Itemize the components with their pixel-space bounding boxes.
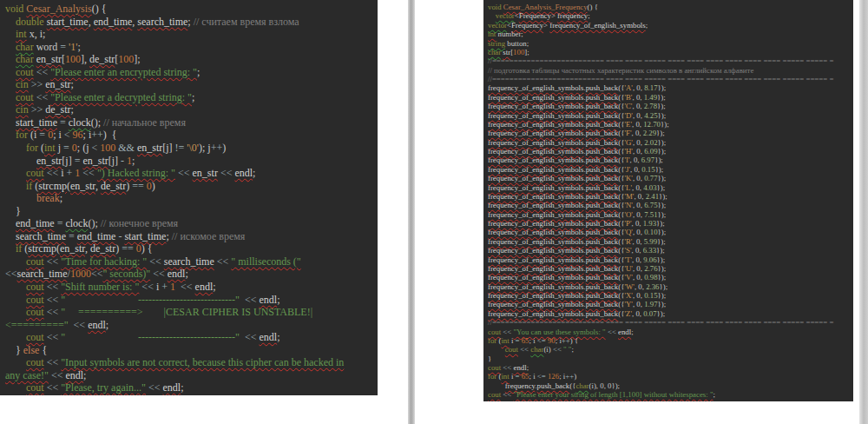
code-line: frequency_of_english_symbols.push_back({… xyxy=(488,165,851,174)
code-line: if (strcmp(en_str, de_str) == 0) xyxy=(5,180,374,193)
code-line: cout << "You can use these symbols: " <<… xyxy=(488,328,851,336)
code-line: cout << i + 1 << ") Hacked string: " << … xyxy=(5,167,374,180)
code-line: cout << "Please enter an encrypted strin… xyxy=(5,66,374,79)
code-line: cout << " ----------------------------" … xyxy=(5,294,374,307)
right-code-block: void Cesar_Analysis_Frequency() { vector… xyxy=(483,0,853,401)
code-line: frequency_of_english_symbols.push_back({… xyxy=(488,219,851,228)
code-line: frequency_of_english_symbols.push_back({… xyxy=(488,138,851,147)
code-line: // подготовка таблицы частотных характер… xyxy=(488,66,851,75)
code-line: for (int i = 65; i <= 90; i++) { xyxy=(488,336,851,345)
code-line: frequency_of_english_symbols.push_back({… xyxy=(488,120,851,129)
code-line: frequency_of_english_symbols.push_back({… xyxy=(488,237,851,246)
code-line: cout << "Please, try again..." << endl; xyxy=(5,381,374,394)
code-line: search_time = end_time - start_time; // … xyxy=(5,230,374,243)
code-line: for (int i = 65; i <= 126; i++) xyxy=(488,372,851,381)
code-line: frequency_of_english_symbols.push_back({… xyxy=(488,102,851,110)
code-line: //========================== ==== ==== =… xyxy=(488,56,851,65)
page-divider xyxy=(408,0,415,424)
code-line: char str[100]; xyxy=(488,48,851,56)
code-line: cout << "Shift number is: " << i + 1 << … xyxy=(5,281,374,294)
code-line: frequency_of_english_symbols.push_back({… xyxy=(488,282,851,291)
code-line: void Cesar_Analysis_Frequency() { xyxy=(488,3,851,11)
code-line: frequency_of_english_symbols.push_back({… xyxy=(488,147,851,156)
code-line: frequency_of_english_symbols.push_back({… xyxy=(488,156,851,164)
code-line: for (i = 0; i < 96; i++) { xyxy=(5,129,374,142)
code-line: frequency_of_english_symbols.push_back({… xyxy=(488,93,851,102)
code-line: cout << "Please enter a decrypted string… xyxy=(5,91,374,104)
code-line: frequency_of_english_symbols.push_back({… xyxy=(488,309,851,318)
code-line: frequency_of_english_symbols.push_back({… xyxy=(488,228,851,236)
code-line: vector<Frequency> frequency; xyxy=(488,11,851,20)
code-line: any case!" << endl; xyxy=(5,369,374,382)
code-line: en_str[j] = en_str[j] - 1; xyxy=(5,155,374,168)
code-line: frequency_of_english_symbols.push_back({… xyxy=(488,111,851,120)
code-line: <<search_time/1000<<" seconds)" << endl; xyxy=(5,268,374,281)
code-line: start_time = clock(); // начальное время xyxy=(5,116,374,129)
code-line: } xyxy=(5,205,374,218)
code-line: frequency_of_english_symbols.push_back({… xyxy=(488,255,851,264)
code-line: vector<Frequency> frequency_of_english_s… xyxy=(488,21,851,30)
code-line: if (strcmp(en_str, de_str) == 0) { xyxy=(5,242,374,255)
code-line: cout << char(i) << " "; xyxy=(488,345,851,354)
code-line: cout << endl; xyxy=(488,363,851,372)
code-line: double start_time, end_time, search_time… xyxy=(5,16,374,29)
code-line: int x, i; xyxy=(5,28,374,41)
code-line: //========================== ==== ==== =… xyxy=(488,318,851,327)
code-line: char word = '1'; xyxy=(5,41,374,54)
code-line: void Cesar_Analysis() { xyxy=(5,3,374,16)
code-line: <=========" << endl; xyxy=(5,319,374,332)
code-line: frequency_of_english_symbols.push_back({… xyxy=(488,273,851,282)
code-line: frequency_of_english_symbols.push_back({… xyxy=(488,291,851,300)
code-line: } else { xyxy=(5,344,374,357)
code-line: frequency_of_english_symbols.push_back({… xyxy=(488,129,851,137)
code-line: cout << "Please enter your string of len… xyxy=(488,390,851,399)
window-scrollbar[interactable] xyxy=(859,0,868,424)
code-line: //========================== ==== ==== =… xyxy=(488,75,851,83)
code-line: char en_str[100], de_str[100]; xyxy=(5,53,374,66)
code-line: cin >> de_str; xyxy=(5,103,374,116)
code-line: cin >> en_str; xyxy=(5,78,374,91)
code-line: for (int j = 0; (j < 100 && en_str[j] !=… xyxy=(5,142,374,155)
code-line: cout << " ----------------------------" … xyxy=(5,331,374,344)
code-line: string button; xyxy=(488,39,851,48)
code-line: } xyxy=(488,354,851,363)
code-line: frequency_of_english_symbols.push_back({… xyxy=(488,300,851,308)
code-line: int number; xyxy=(488,30,851,38)
code-line: frequency_of_english_symbols.push_back({… xyxy=(488,246,851,255)
code-line: cout << "Input symbols are not correct, … xyxy=(5,356,374,369)
code-line: end_time = clock(); // конечное время xyxy=(5,217,374,230)
code-line: break; xyxy=(5,192,374,205)
code-line: frequency_of_english_symbols.push_back({… xyxy=(488,210,851,219)
left-code-block: void Cesar_Analysis() { double start_tim… xyxy=(0,0,378,395)
code-line: frequency_of_english_symbols.push_back({… xyxy=(488,174,851,182)
code-line: frequency_of_english_symbols.push_back({… xyxy=(488,201,851,209)
code-line: frequency_of_english_symbols.push_back({… xyxy=(488,264,851,273)
code-line: frequency_of_english_symbols.push_back({… xyxy=(488,192,851,201)
code-line: cout << " ==========> |CESAR CIPHER IS U… xyxy=(5,306,374,319)
code-line: frequency_of_english_symbols.push_back({… xyxy=(488,183,851,192)
code-line: cout << "Time for hacking: " << search_t… xyxy=(5,255,374,268)
code-line: frequency.push_back({char(i), 0, 0}); xyxy=(488,381,851,390)
code-line: frequency_of_english_symbols.push_back({… xyxy=(488,83,851,92)
